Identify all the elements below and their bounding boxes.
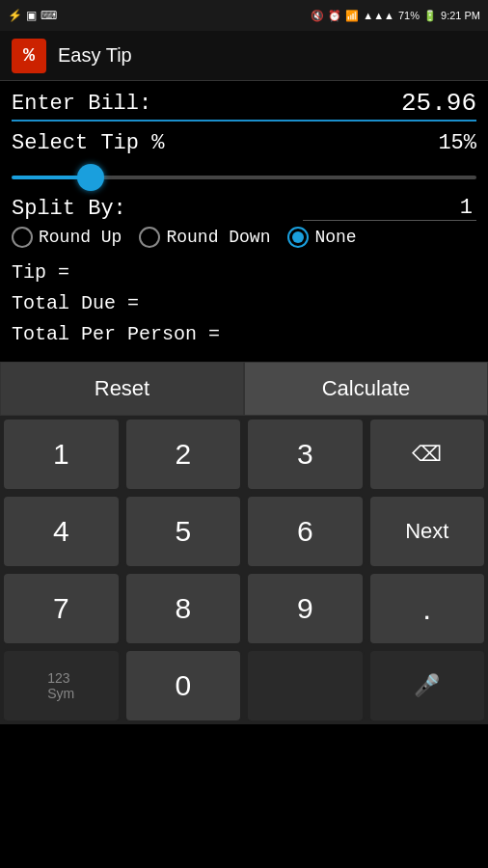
radio-row: Round Up Round Down None xyxy=(12,227,476,248)
key-3[interactable]: 3 xyxy=(246,418,365,491)
reset-button[interactable]: Reset xyxy=(0,362,244,416)
tip-result: Tip = xyxy=(12,258,476,288)
time-display: 9:21 PM xyxy=(441,10,480,21)
radio-none-dot xyxy=(292,231,304,243)
key-5[interactable]: 5 xyxy=(124,495,243,568)
usb-icon: ⚡ xyxy=(8,9,22,22)
battery-level: 71% xyxy=(398,10,420,21)
key-empty xyxy=(246,649,365,722)
bill-label: Enter Bill: xyxy=(12,92,151,116)
battery-icon: 🔋 xyxy=(423,10,437,22)
key-6[interactable]: 6 xyxy=(246,495,365,568)
no-sound-icon: 🔇 xyxy=(311,10,324,22)
radio-round-up-label: Round Up xyxy=(39,228,122,247)
radio-round-down[interactable]: Round Down xyxy=(139,227,270,248)
calculate-button[interactable]: Calculate xyxy=(244,362,488,416)
results-section: Tip = Total Due = Total Per Person = xyxy=(12,258,476,350)
key-4[interactable]: 4 xyxy=(2,495,121,568)
key-backspace[interactable]: ⌫ xyxy=(368,418,487,491)
tip-row: Select Tip % 15% xyxy=(12,131,476,155)
alarm-icon: ⏰ xyxy=(328,10,341,22)
split-value: 1 xyxy=(303,196,476,221)
tip-slider-container xyxy=(12,159,476,196)
radio-none-circle[interactable] xyxy=(287,227,309,248)
split-row: Split By: 1 xyxy=(12,196,476,221)
key-1[interactable]: 1 xyxy=(2,418,121,491)
tip-value: 15% xyxy=(438,131,476,155)
status-bar: ⚡ ▣ ⌨ 🔇 ⏰ 📶 ▲▲▲ 71% 🔋 9:21 PM xyxy=(0,0,488,31)
status-left: ⚡ ▣ ⌨ xyxy=(8,9,57,22)
key-7[interactable]: 7 xyxy=(2,572,121,645)
bill-row: Enter Bill: xyxy=(12,89,476,122)
radio-round-down-circle[interactable] xyxy=(139,227,160,248)
app-header: % Easy Tip xyxy=(0,31,488,81)
key-next[interactable]: Next xyxy=(368,495,487,568)
app-title: Easy Tip xyxy=(58,44,132,67)
radio-none[interactable]: None xyxy=(287,227,356,248)
keypad-row-2: 4 5 6 Next xyxy=(0,493,488,570)
radio-round-down-label: Round Down xyxy=(166,228,270,247)
radio-round-up[interactable]: Round Up xyxy=(12,227,122,248)
keypad-row-4: 123Sym 0 🎤 xyxy=(0,647,488,724)
main-content: Enter Bill: Select Tip % 15% Split By: 1… xyxy=(0,81,488,362)
action-buttons: Reset Calculate xyxy=(0,362,488,416)
keypad-row-3: 7 8 9 . xyxy=(0,570,488,647)
key-9[interactable]: 9 xyxy=(246,572,365,645)
total-due-result: Total Due = xyxy=(12,288,476,319)
key-sym[interactable]: 123Sym xyxy=(2,649,121,722)
radio-none-label: None xyxy=(314,228,356,247)
key-0[interactable]: 0 xyxy=(124,649,243,722)
keyboard-icon: ⌨ xyxy=(41,9,57,22)
keypad-row-1: 1 2 3 ⌫ xyxy=(0,416,488,493)
app-icon: % xyxy=(12,39,46,73)
key-mic[interactable]: 🎤 xyxy=(368,649,487,722)
tip-label: Select Tip % xyxy=(12,131,164,155)
total-per-person-result: Total Per Person = xyxy=(12,319,476,350)
status-right: 🔇 ⏰ 📶 ▲▲▲ 71% 🔋 9:21 PM xyxy=(311,10,480,22)
keypad: 1 2 3 ⌫ 4 5 6 Next 7 8 9 . 123Sym 0 🎤 xyxy=(0,416,488,724)
key-8[interactable]: 8 xyxy=(124,572,243,645)
key-dot[interactable]: . xyxy=(368,572,487,645)
signal-bars: ▲▲▲ xyxy=(363,10,394,21)
wifi-icon: 📶 xyxy=(345,10,359,22)
bill-input[interactable] xyxy=(284,89,476,118)
screenshot-icon: ▣ xyxy=(26,9,37,22)
tip-slider[interactable] xyxy=(12,176,476,179)
key-2[interactable]: 2 xyxy=(124,418,243,491)
split-label: Split By: xyxy=(12,197,126,221)
radio-round-up-circle[interactable] xyxy=(12,227,33,248)
